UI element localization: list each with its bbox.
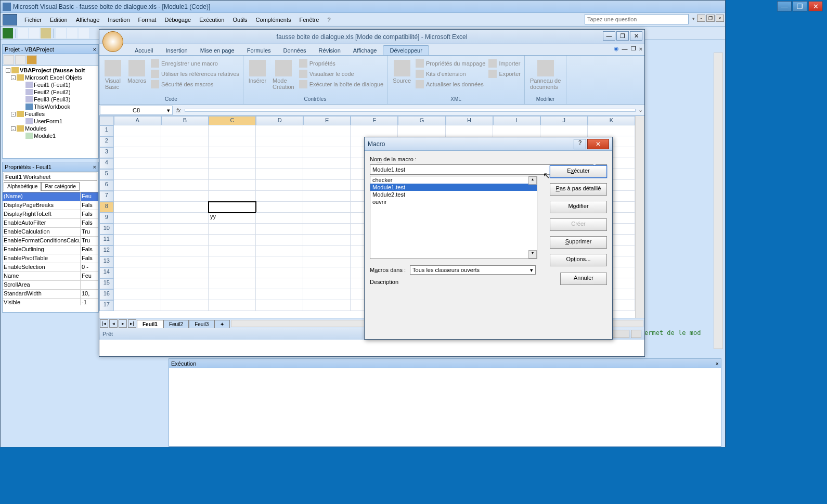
paste-icon[interactable] bbox=[79, 28, 89, 38]
props-close-icon[interactable]: × bbox=[93, 164, 96, 170]
vba-vscrollbar[interactable] bbox=[714, 53, 723, 349]
col-header[interactable]: A bbox=[114, 116, 161, 125]
prop-row[interactable]: EnableSelection0 - bbox=[3, 263, 98, 272]
macro-item[interactable]: checker bbox=[370, 176, 537, 184]
cell[interactable] bbox=[114, 278, 161, 289]
cell[interactable] bbox=[256, 300, 303, 311]
cell[interactable] bbox=[493, 125, 540, 136]
ribbon-help-icon[interactable]: ◉ bbox=[614, 45, 619, 52]
main-minimize[interactable]: — bbox=[777, 1, 792, 11]
cell[interactable] bbox=[209, 158, 256, 169]
cell[interactable] bbox=[256, 256, 303, 267]
document-panel-button[interactable]: Panneau de documents bbox=[528, 59, 563, 91]
tab-donnees[interactable]: Données bbox=[277, 46, 313, 55]
macros-button[interactable]: Macros bbox=[125, 59, 148, 85]
prop-row[interactable]: ScrollArea bbox=[3, 281, 98, 290]
cell[interactable] bbox=[114, 224, 161, 235]
macro-item[interactable]: Module2.test bbox=[370, 191, 537, 198]
menu-help[interactable]: ? bbox=[323, 15, 334, 24]
cell[interactable] bbox=[256, 213, 303, 224]
cell[interactable] bbox=[303, 267, 351, 278]
cell[interactable] bbox=[303, 224, 351, 235]
menu-format[interactable]: Format bbox=[134, 15, 161, 24]
cell[interactable] bbox=[209, 289, 256, 300]
cell[interactable] bbox=[209, 147, 256, 158]
col-header[interactable]: F bbox=[351, 116, 398, 125]
row-header[interactable]: 9 bbox=[99, 213, 114, 224]
relative-refs-button[interactable]: Utiliser les références relatives bbox=[150, 69, 240, 79]
cell[interactable] bbox=[209, 191, 256, 202]
col-header[interactable]: J bbox=[540, 116, 588, 125]
expansion-kits-button[interactable]: Kits d'extension bbox=[415, 69, 486, 79]
row-header[interactable]: 4 bbox=[99, 158, 114, 169]
supprimer-button[interactable]: Supprimer bbox=[550, 236, 607, 249]
cell[interactable] bbox=[303, 191, 351, 202]
tree-excel-objects[interactable]: -Microsoft Excel Objets bbox=[4, 74, 97, 81]
row-header[interactable]: 6 bbox=[99, 180, 114, 191]
cell[interactable] bbox=[446, 125, 493, 136]
cell[interactable] bbox=[588, 125, 635, 136]
col-header[interactable]: D bbox=[256, 116, 303, 125]
tree-modules[interactable]: -Modules bbox=[4, 125, 97, 132]
select-all-corner[interactable] bbox=[99, 116, 114, 125]
menu-fenetre[interactable]: Fenêtre bbox=[295, 15, 323, 24]
col-header-active[interactable]: C bbox=[209, 116, 256, 125]
excel-close[interactable]: ✕ bbox=[630, 31, 642, 41]
tab-developpeur[interactable]: Développeur bbox=[383, 45, 429, 55]
cell[interactable] bbox=[114, 213, 161, 224]
sheet-vscrollbar[interactable] bbox=[635, 116, 644, 318]
copy-icon[interactable] bbox=[67, 28, 77, 38]
cell[interactable] bbox=[256, 180, 303, 191]
macro-scroll-up[interactable]: ▴ bbox=[528, 176, 537, 185]
help-dropdown-icon[interactable]: ▾ bbox=[692, 16, 695, 21]
sheet-nav-last[interactable]: ▸| bbox=[128, 319, 136, 328]
tree-feuil2[interactable]: Feuil2 (Feuil2) bbox=[4, 88, 97, 96]
prop-row[interactable]: Visible-1 bbox=[3, 299, 98, 305]
cell[interactable] bbox=[209, 169, 256, 180]
cell[interactable] bbox=[303, 245, 351, 256]
cell[interactable] bbox=[209, 300, 256, 311]
toggle-folders-icon[interactable] bbox=[27, 55, 37, 64]
cell[interactable] bbox=[209, 245, 256, 256]
cell[interactable] bbox=[209, 125, 256, 136]
menu-debogage[interactable]: Débogage bbox=[160, 15, 195, 24]
cell[interactable] bbox=[114, 191, 161, 202]
col-header[interactable]: B bbox=[161, 116, 209, 125]
ribbon-close-icon[interactable]: × bbox=[639, 46, 642, 52]
row-header[interactable]: 15 bbox=[99, 278, 114, 289]
visual-basic-button[interactable]: Visual Basic bbox=[102, 59, 123, 91]
view-object-icon[interactable] bbox=[15, 55, 25, 64]
record-macro-button[interactable]: Enregistrer une macro bbox=[150, 59, 240, 68]
prop-row[interactable]: EnableAutoFilterFals bbox=[3, 219, 98, 228]
cell[interactable] bbox=[114, 147, 161, 158]
row-header[interactable]: 3 bbox=[99, 147, 114, 158]
cell[interactable] bbox=[114, 136, 161, 147]
macro-item[interactable]: ouvrir bbox=[370, 198, 537, 205]
help-search-input[interactable] bbox=[585, 14, 689, 24]
cell[interactable] bbox=[303, 169, 351, 180]
cell[interactable] bbox=[209, 180, 256, 191]
cell[interactable] bbox=[256, 245, 303, 256]
cell[interactable] bbox=[114, 256, 161, 267]
cell[interactable] bbox=[114, 267, 161, 278]
immediate-close-icon[interactable]: × bbox=[716, 360, 719, 367]
sheet-nav-first[interactable]: |◂ bbox=[100, 319, 108, 328]
ribbon-restore-icon[interactable]: ❐ bbox=[631, 45, 636, 52]
macro-list[interactable]: checker Module1.test Module2.test ouvrir… bbox=[370, 176, 537, 259]
col-header[interactable]: K bbox=[588, 116, 635, 125]
props-object-combo[interactable]: Feuil1 Worksheet bbox=[4, 173, 97, 181]
options-button[interactable]: Options... bbox=[550, 254, 607, 266]
cell[interactable] bbox=[209, 136, 256, 147]
cell[interactable] bbox=[303, 202, 351, 213]
cell[interactable] bbox=[161, 224, 209, 235]
insert-button[interactable]: Insérer bbox=[247, 59, 268, 85]
cell[interactable] bbox=[398, 125, 445, 136]
sheet-tab-feuil1[interactable]: Feuil1 bbox=[137, 320, 163, 328]
tree-thisworkbook[interactable]: ThisWorkbook bbox=[4, 103, 97, 110]
menu-fichier[interactable]: Fichier bbox=[20, 15, 46, 24]
cell[interactable] bbox=[114, 158, 161, 169]
modifier-button[interactable]: Modifier bbox=[550, 201, 607, 213]
export-button[interactable]: Exporter bbox=[488, 69, 521, 79]
menu-insertion[interactable]: Insertion bbox=[104, 15, 134, 24]
pas-a-pas-button[interactable]: Pas à pas détaillé bbox=[550, 183, 607, 196]
